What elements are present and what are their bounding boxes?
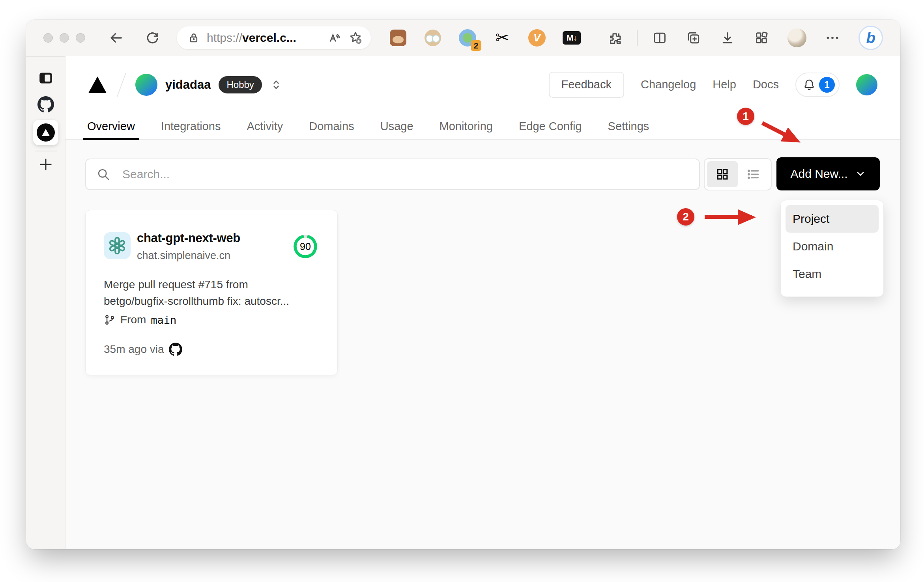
vercel-icon <box>37 123 55 142</box>
more-menu-icon[interactable] <box>825 30 840 46</box>
edge-sidebar <box>26 56 65 549</box>
proxy-extension-icon[interactable]: 2 <box>458 29 477 47</box>
project-domain: chat.simplenaive.cn <box>137 250 230 262</box>
bell-icon <box>802 78 816 91</box>
projects-content: Add New... Project Domain Team <box>65 140 900 549</box>
project-search <box>85 159 700 190</box>
user-avatar[interactable] <box>856 74 877 95</box>
reload-icon[interactable] <box>144 30 160 46</box>
browser-window: https://vercel.c... 2 ✂ V M↓ <box>26 20 900 549</box>
v-extension-icon[interactable]: V <box>528 29 546 47</box>
project-card[interactable]: chat-gpt-next-web chat.simplenaive.cn 90… <box>85 210 338 375</box>
scissors-extension-icon[interactable]: ✂ <box>493 29 511 47</box>
extension-icons: 2 ✂ V M↓ <box>389 29 581 47</box>
feedback-button[interactable]: Feedback <box>549 72 624 98</box>
add-new-dropdown: Project Domain Team <box>780 200 884 297</box>
latest-commit-message: Merge pull request #715 from betgo/bugfi… <box>104 276 325 310</box>
proxy-extension-badge: 2 <box>471 40 481 51</box>
dropdown-item-project[interactable]: Project <box>786 205 879 233</box>
tab-overview[interactable]: Overview <box>83 113 139 139</box>
github-sidebar-icon[interactable] <box>26 96 65 113</box>
search-icon <box>96 167 110 183</box>
bing-chat-icon[interactable]: b <box>859 26 883 50</box>
branch-row: From main <box>104 313 176 326</box>
toolbar-right: b <box>607 26 883 50</box>
vercel-logo[interactable] <box>87 76 108 94</box>
team-avatar <box>135 74 157 96</box>
notification-count-badge: 1 <box>819 77 835 93</box>
tampermonkey-extension-icon[interactable] <box>389 29 407 47</box>
window-controls <box>43 33 85 43</box>
speed-insights-score[interactable]: 90 <box>293 234 318 259</box>
git-branch-icon <box>104 314 116 326</box>
dashboard-tabs: Overview Integrations Activity Domains U… <box>65 113 900 140</box>
plan-badge: Hobby <box>219 76 262 93</box>
browser-profile-avatar[interactable] <box>787 28 806 47</box>
openai-logo-icon <box>108 236 127 255</box>
zoom-window-button[interactable] <box>76 33 85 43</box>
add-favorite-icon[interactable] <box>348 30 363 45</box>
address-bar[interactable]: https://vercel.c... <box>177 26 371 49</box>
vercel-sidebar-tile[interactable] <box>33 120 58 145</box>
score-value: 90 <box>293 234 318 259</box>
minimize-window-button[interactable] <box>60 33 69 43</box>
tab-domains[interactable]: Domains <box>305 113 358 139</box>
workspaces-apps-icon[interactable] <box>754 30 769 46</box>
view-toggle <box>704 158 772 190</box>
url-scheme: https:// <box>207 31 242 44</box>
collections-icon[interactable] <box>686 30 701 46</box>
changelog-link[interactable]: Changelog <box>641 78 696 91</box>
lock-icon <box>187 31 200 45</box>
help-link[interactable]: Help <box>713 78 736 91</box>
project-name: chat-gpt-next-web <box>137 231 240 245</box>
team-selector-chevrons-icon <box>270 78 282 91</box>
commit-line-2: betgo/bugfix-scrollthumb fix: autoscr... <box>104 293 325 310</box>
extensions-puzzle-icon[interactable] <box>607 30 623 46</box>
tab-usage[interactable]: Usage <box>376 113 417 139</box>
add-new-button[interactable]: Add New... <box>776 157 880 190</box>
github-source-icon <box>169 343 182 356</box>
grid-view-button[interactable] <box>707 161 738 187</box>
list-view-button[interactable] <box>738 161 769 187</box>
search-input[interactable] <box>85 159 700 190</box>
dropdown-item-domain[interactable]: Domain <box>786 233 879 260</box>
header-actions: Feedback Changelog Help Docs 1 <box>549 72 877 98</box>
tab-integrations[interactable]: Integrations <box>157 113 225 139</box>
back-icon[interactable] <box>108 30 124 46</box>
branch-word: From <box>120 313 146 326</box>
close-window-button[interactable] <box>43 33 53 43</box>
vercel-page: yidadaa Hobby Feedback Changelog Help Do… <box>65 56 900 549</box>
tab-activity[interactable]: Activity <box>243 113 287 139</box>
breadcrumb-slash <box>117 73 126 97</box>
tab-edge-config[interactable]: Edge Config <box>515 113 586 139</box>
tab-settings[interactable]: Settings <box>604 113 653 139</box>
docs-link[interactable]: Docs <box>753 78 779 91</box>
dropdown-item-team[interactable]: Team <box>786 260 879 288</box>
url-text: https://vercel.c... <box>207 31 327 45</box>
url-host: vercel.c... <box>242 31 296 44</box>
team-name: yidadaa <box>165 78 211 92</box>
sidebar-toggle-icon[interactable] <box>26 69 65 87</box>
project-icon-tile <box>104 232 131 259</box>
toolbar-divider <box>637 30 638 46</box>
split-screen-icon[interactable] <box>652 30 668 46</box>
notifications-button[interactable]: 1 <box>795 73 840 97</box>
chevron-down-icon <box>855 168 866 179</box>
sidebar-divider <box>35 151 57 151</box>
deployment-time-row: 35m ago via <box>104 343 182 356</box>
add-sidebar-item-icon[interactable] <box>26 156 65 173</box>
vercel-header: yidadaa Hobby Feedback Changelog Help Do… <box>65 56 900 113</box>
downloads-icon[interactable] <box>720 30 735 46</box>
avatar-extension-icon[interactable] <box>424 29 442 47</box>
tab-monitoring[interactable]: Monitoring <box>436 113 497 139</box>
branch-name: main <box>151 314 176 326</box>
browser-toolbar: https://vercel.c... 2 ✂ V M↓ <box>26 20 900 56</box>
markdown-extension-icon[interactable]: M↓ <box>563 29 581 47</box>
deployment-time: 35m ago via <box>104 343 164 356</box>
add-new-label: Add New... <box>790 167 847 181</box>
team-switcher[interactable]: yidadaa Hobby <box>135 74 282 96</box>
commit-line-1: Merge pull request #715 from <box>104 276 325 293</box>
reader-mode-icon[interactable] <box>327 31 341 45</box>
